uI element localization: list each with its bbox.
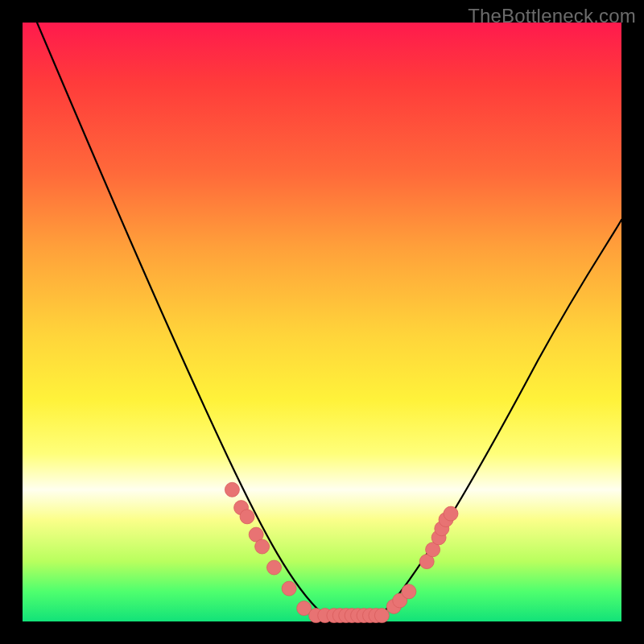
chart-type: line — [0, 0, 1, 1]
curve-group — [37, 23, 621, 617]
data-point — [225, 482, 239, 497]
bottleneck-curve-right — [382, 220, 621, 613]
data-point — [282, 581, 296, 596]
data-point — [240, 510, 254, 524]
watermark-label: TheBottleneck.com — [468, 5, 636, 27]
data-points-group — [225, 482, 458, 622]
data-point — [402, 584, 416, 599]
data-point — [267, 560, 282, 575]
chart-plot-area — [23, 23, 621, 621]
chart-svg — [23, 23, 621, 621]
data-point — [374, 609, 389, 623]
data-point — [444, 506, 458, 521]
data-point — [255, 539, 270, 554]
bottleneck-curve-left — [37, 23, 322, 613]
